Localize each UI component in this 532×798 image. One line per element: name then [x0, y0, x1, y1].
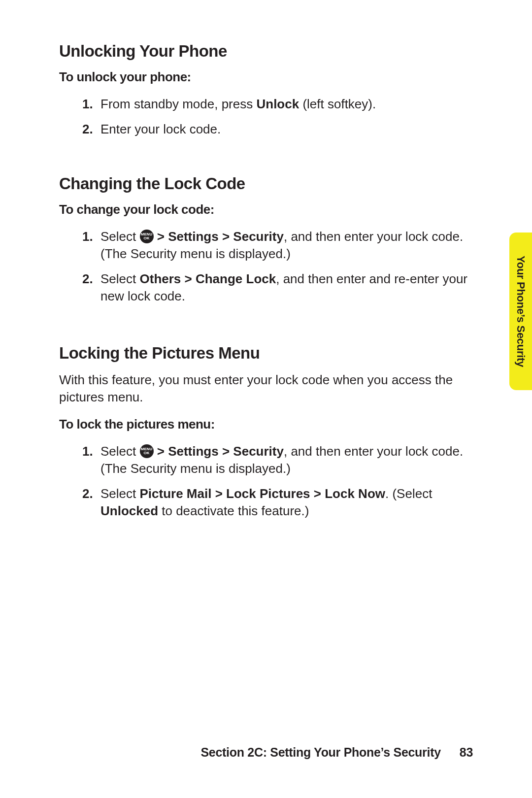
- step: Select MENUOK > Settings > Security, and…: [97, 443, 473, 477]
- page-footer: Section 2C: Setting Your Phone’s Securit…: [0, 745, 473, 760]
- subheading-pictures: To lock the pictures menu:: [59, 417, 473, 432]
- footer-section: Section 2C: Setting Your Phone’s Securit…: [200, 745, 440, 759]
- subheading-unlock: To unlock your phone:: [59, 69, 473, 85]
- heading-pictures: Locking the Pictures Menu: [59, 344, 473, 363]
- page-number: 83: [460, 745, 473, 759]
- side-tab-label: Your Phone’s Security: [514, 256, 527, 367]
- heading-change-lock: Changing the Lock Code: [59, 174, 473, 193]
- body-pictures: With this feature, you must enter your l…: [59, 371, 473, 406]
- steps-pictures: Select MENUOK > Settings > Security, and…: [59, 443, 473, 520]
- step: Select Picture Mail > Lock Pictures > Lo…: [97, 485, 473, 520]
- menu-ok-icon: MENUOK: [140, 230, 154, 243]
- heading-unlocking: Unlocking Your Phone: [59, 42, 473, 61]
- page-content: Unlocking Your Phone To unlock your phon…: [0, 0, 532, 520]
- subheading-change: To change your lock code:: [59, 202, 473, 217]
- menu-ok-icon: MENUOK: [140, 444, 154, 458]
- step: Select MENUOK > Settings > Security, and…: [97, 228, 473, 263]
- side-tab: Your Phone’s Security: [509, 233, 532, 390]
- step: From standby mode, press Unlock (left so…: [97, 96, 473, 113]
- steps-unlock: From standby mode, press Unlock (left so…: [59, 96, 473, 138]
- step: Select Others > Change Lock, and then en…: [97, 270, 473, 305]
- steps-change: Select MENUOK > Settings > Security, and…: [59, 228, 473, 305]
- step: Enter your lock code.: [97, 121, 473, 138]
